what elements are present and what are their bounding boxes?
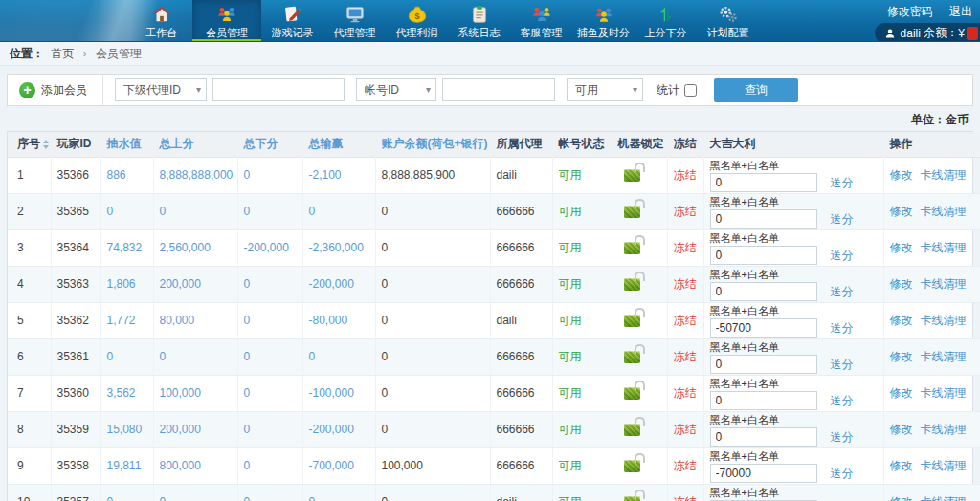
nav-item-plan-config[interactable]: 计划配置	[697, 0, 759, 42]
stats-checkbox[interactable]	[684, 84, 697, 97]
account-id-select[interactable]: 帐号ID	[356, 78, 436, 101]
machine-lock-icon[interactable]	[624, 351, 640, 363]
edit-link[interactable]: 修改	[890, 241, 913, 254]
search-button[interactable]: 查询	[714, 78, 798, 102]
agent-id-select[interactable]: 下级代理ID	[115, 78, 207, 101]
cell-player-id: 35361	[51, 338, 100, 375]
freeze-link[interactable]: 冻结	[674, 277, 697, 291]
send-score-link[interactable]: 送分	[831, 429, 854, 446]
score-input[interactable]	[710, 209, 817, 229]
edit-link[interactable]: 修改	[890, 495, 913, 501]
send-score-link[interactable]: 送分	[831, 248, 854, 264]
freeze-link[interactable]: 冻结	[674, 314, 697, 327]
score-input[interactable]	[710, 173, 817, 192]
nav-item-workbench[interactable]: 工作台	[130, 0, 192, 42]
cell-total-up: 200,000	[153, 266, 237, 302]
agent-id-input[interactable]	[212, 78, 345, 101]
edit-link[interactable]: 修改	[890, 350, 913, 363]
send-score-link[interactable]: 送分	[831, 357, 854, 373]
cell-machine-lock	[612, 484, 667, 501]
breadcrumb-home-link[interactable]: 首页	[51, 47, 74, 60]
machine-lock-icon[interactable]	[624, 206, 640, 218]
cell-operations: 修改卡线清理	[883, 266, 980, 302]
send-score-link[interactable]: 送分	[831, 211, 854, 228]
score-input[interactable]	[710, 464, 817, 483]
machine-lock-icon[interactable]	[624, 424, 640, 436]
add-member-button[interactable]: + 添加会员	[15, 75, 103, 105]
machine-lock-icon[interactable]	[624, 242, 640, 254]
nav-item-members[interactable]: 会员管理	[192, 0, 261, 42]
cell-operations: 修改卡线清理	[883, 375, 980, 411]
nav-item-agent-profit[interactable]: $ 代理利润	[386, 0, 448, 42]
score-input[interactable]	[710, 282, 817, 301]
cell-index: 8	[8, 411, 51, 447]
clean-line-link[interactable]: 卡线清理	[921, 350, 967, 363]
change-password-link[interactable]: 修改密码	[887, 5, 933, 18]
cell-status: 可用	[552, 447, 612, 484]
account-id-input[interactable]	[442, 78, 555, 101]
nav-item-system-log[interactable]: 系统日志	[448, 0, 510, 42]
nav-item-game-records[interactable]: 游戏记录	[261, 0, 323, 42]
clean-line-link[interactable]: 卡线清理	[921, 459, 967, 472]
score-input[interactable]	[710, 391, 817, 410]
machine-lock-icon[interactable]	[624, 169, 640, 182]
freeze-link[interactable]: 冻结	[674, 168, 697, 182]
nav-item-customer-service[interactable]: 客服管理	[510, 0, 572, 42]
status-select[interactable]: 可用	[567, 78, 643, 101]
send-score-link[interactable]: 送分	[831, 320, 854, 337]
machine-lock-icon[interactable]	[624, 387, 640, 400]
clean-line-link[interactable]: 卡线清理	[921, 495, 967, 501]
cell-total-up: 0	[153, 484, 237, 501]
send-score-link[interactable]: 送分	[831, 284, 854, 300]
clean-line-link[interactable]: 卡线清理	[921, 423, 967, 436]
col-header-pump: 抽水值	[100, 132, 153, 157]
send-score-link[interactable]: 送分	[831, 466, 854, 482]
score-input[interactable]	[710, 355, 817, 374]
edit-link[interactable]: 修改	[890, 277, 913, 291]
clean-line-link[interactable]: 卡线清理	[921, 205, 967, 218]
nav-item-agent-management[interactable]: 代理管理	[323, 0, 386, 42]
edit-link[interactable]: 修改	[890, 168, 913, 182]
edit-link[interactable]: 修改	[890, 205, 913, 218]
freeze-link[interactable]: 冻结	[674, 386, 697, 400]
col-header-index[interactable]: 序号	[8, 132, 51, 157]
clean-line-link[interactable]: 卡线清理	[921, 168, 967, 182]
machine-lock-icon[interactable]	[624, 460, 640, 472]
edit-link[interactable]: 修改	[890, 459, 913, 472]
nav-item-points-up-down[interactable]: 上分下分	[635, 0, 697, 42]
score-input[interactable]	[710, 246, 817, 265]
clean-line-link[interactable]: 卡线清理	[921, 241, 967, 254]
cell-agent: daili	[490, 484, 552, 501]
cell-pump: 3,562	[100, 375, 153, 411]
edit-link[interactable]: 修改	[890, 386, 913, 400]
cell-freeze: 冻结	[667, 338, 703, 375]
cell-balance: 0	[375, 229, 490, 266]
machine-lock-icon[interactable]	[624, 278, 640, 291]
freeze-link[interactable]: 冻结	[674, 205, 697, 218]
freeze-link[interactable]: 冻结	[674, 459, 697, 472]
edit-link[interactable]: 修改	[890, 314, 913, 327]
clean-line-link[interactable]: 卡线清理	[921, 386, 967, 400]
edit-link[interactable]: 修改	[890, 423, 913, 436]
cell-total-down: 0	[237, 375, 302, 411]
machine-lock-icon[interactable]	[624, 496, 640, 501]
send-score-link[interactable]: 送分	[831, 393, 854, 409]
user-balance-pill[interactable]: daili 余额：¥	[875, 23, 980, 42]
cell-index: 10	[8, 484, 51, 501]
freeze-link[interactable]: 冻结	[674, 495, 697, 501]
nav-item-fishing-points[interactable]: 捕鱼及时分	[572, 0, 635, 42]
score-input[interactable]	[710, 318, 817, 338]
freeze-link[interactable]: 冻结	[674, 350, 697, 363]
freeze-link[interactable]: 冻结	[674, 423, 697, 436]
machine-lock-icon[interactable]	[624, 315, 640, 327]
clean-line-link[interactable]: 卡线清理	[921, 314, 967, 327]
logout-link[interactable]: 退出	[949, 5, 972, 18]
freeze-link[interactable]: 冻结	[674, 241, 697, 254]
table-row: 5 35362 1,772 80,000 0 -80,000 0 daili 可…	[8, 302, 980, 338]
send-score-link[interactable]: 送分	[831, 175, 854, 191]
cell-lucky: 黑名单+白名单 送分	[703, 266, 883, 302]
blacklist-whitelist-label: 黑名单+白名单	[710, 450, 878, 463]
score-input[interactable]	[710, 427, 817, 447]
status-text: 可用	[559, 495, 582, 501]
clean-line-link[interactable]: 卡线清理	[921, 277, 967, 291]
